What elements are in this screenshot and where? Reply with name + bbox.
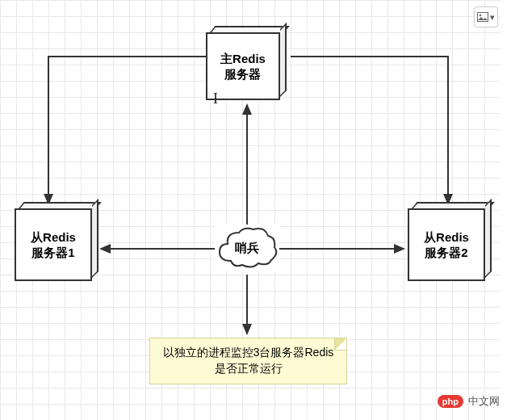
slave-redis-node-1[interactable]: 从Redis 服务器1 bbox=[15, 208, 92, 281]
watermark: php 中文网 bbox=[438, 394, 500, 409]
slave1-label-2: 服务器1 bbox=[31, 246, 74, 259]
image-toolbar: ▾ bbox=[474, 6, 498, 27]
dropdown-caret-icon: ▾ bbox=[490, 12, 495, 23]
note-text: 以独立的进程监控3台服务器Redis是否正常运行 bbox=[160, 345, 337, 376]
text-cursor-icon: I bbox=[213, 90, 218, 107]
sentinel-node[interactable]: 哨兵 bbox=[215, 225, 279, 271]
watermark-logo: php bbox=[438, 395, 463, 408]
watermark-text: 中文网 bbox=[468, 394, 500, 409]
slave2-label-2: 服务器2 bbox=[425, 246, 467, 259]
slave1-label-1: 从Redis bbox=[31, 230, 76, 244]
slave-redis-node-2[interactable]: 从Redis 服务器2 bbox=[408, 208, 485, 281]
sentinel-label: 哨兵 bbox=[235, 241, 259, 256]
svg-point-2 bbox=[480, 15, 481, 16]
image-icon bbox=[477, 12, 488, 22]
master-label-1: 主Redis bbox=[220, 52, 266, 65]
master-label-2: 服务器 bbox=[224, 67, 261, 81]
description-note[interactable]: 以独立的进程监控3台服务器Redis是否正常运行 bbox=[149, 338, 347, 384]
slave2-label-1: 从Redis bbox=[424, 230, 469, 244]
image-options-button[interactable]: ▾ bbox=[474, 6, 498, 27]
